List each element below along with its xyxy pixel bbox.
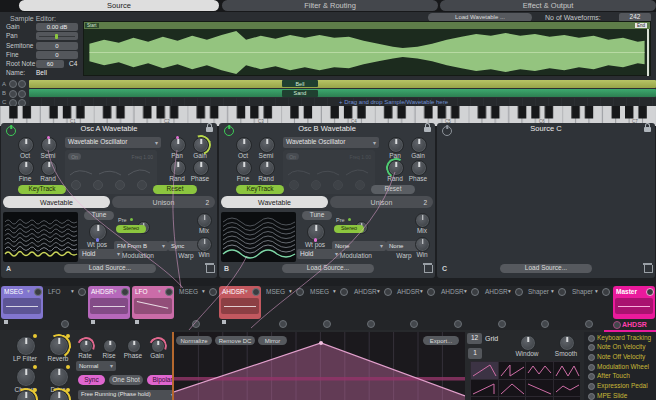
lfo-sync-button[interactable]: Sync: [78, 375, 105, 385]
mod-slot-knob[interactable]: [252, 288, 260, 296]
mod-slot-knob[interactable]: [558, 288, 566, 296]
osc-a-sub-on-pill[interactable]: On: [68, 153, 81, 160]
osc-b-tab-wavetable[interactable]: Wavetable: [221, 196, 328, 208]
osc-b-wavetable-display[interactable]: [221, 212, 296, 262]
mod-target-radio[interactable]: [588, 354, 595, 361]
chevron-down-icon[interactable]: ▾: [377, 289, 380, 295]
osc-b-pan-knob[interactable]: [388, 137, 404, 153]
mod-slot-ahdsr-6[interactable]: AHDSR ▾: [482, 286, 524, 298]
chorus-knob[interactable]: [16, 367, 36, 387]
osc-b-rand-knob[interactable]: [259, 160, 275, 176]
mod-target-radio[interactable]: [588, 383, 595, 390]
osc-b-mix-knob[interactable]: [415, 213, 430, 228]
osc-b-load-source-button[interactable]: Load Source...: [282, 264, 374, 273]
master-slot[interactable]: Master: [613, 286, 655, 319]
root-note-value[interactable]: 60: [36, 60, 64, 68]
mseg-smooth-knob[interactable]: [559, 335, 575, 351]
mod-target-modulation-wheel[interactable]: Modulation Wheel: [597, 364, 649, 371]
mod-slot-knob[interactable]: [340, 288, 348, 296]
mseg-grid-value[interactable]: 12: [467, 333, 482, 344]
mod-slot-lfo-1[interactable]: LFO ▾: [45, 286, 87, 298]
osc-a-tune-button[interactable]: Tune: [84, 211, 114, 220]
chevron-down-icon[interactable]: ▾: [202, 289, 205, 295]
gain-value[interactable]: 0.00 dB: [36, 23, 78, 31]
waveform-end-tag[interactable]: End: [635, 23, 647, 29]
osc-a-model-dropdown[interactable]: Wavetable Oscillator: [65, 137, 161, 148]
mod-slot-shaper-1[interactable]: Shaper ▾: [525, 286, 567, 298]
osc-a-load-source-button[interactable]: Load Source...: [64, 264, 156, 273]
lfo-phase-knob[interactable]: [127, 339, 141, 353]
osc-b-semi-knob[interactable]: [259, 137, 275, 153]
mod-slot-button[interactable]: [498, 320, 506, 328]
mod-slot-button[interactable]: [323, 320, 331, 328]
tab-filter-routing[interactable]: Filter & Routing: [222, 0, 438, 11]
osc-a-win-knob[interactable]: [197, 237, 212, 252]
chevron-down-icon[interactable]: ▾: [508, 289, 511, 295]
tab-effect-output[interactable]: Effect & Output: [440, 0, 656, 11]
mod-slot-knob[interactable]: [296, 288, 304, 296]
mod-slot-mseg-3[interactable]: MSEG ▾: [263, 286, 305, 298]
osc-b-phase-knob[interactable]: [411, 160, 427, 176]
mod-slot-knob[interactable]: [78, 288, 86, 296]
mod-slot-display[interactable]: [90, 298, 128, 314]
mod-slot-lfo-2[interactable]: LFO ▾: [132, 286, 174, 319]
mod-slot-button[interactable]: [410, 320, 418, 328]
mod-slot-button[interactable]: [279, 320, 287, 328]
chevron-down-icon[interactable]: ▾: [27, 289, 30, 295]
osc-b-oct-knob[interactable]: [236, 137, 252, 153]
mod-target-after-touch[interactable]: After Touch: [597, 373, 630, 380]
lfo-gain-knob[interactable]: [151, 339, 165, 353]
chevron-down-icon[interactable]: ▾: [333, 289, 336, 295]
osc-a-keytrack-button[interactable]: KeyTrack: [18, 185, 66, 194]
mod-slot-knob[interactable]: [471, 288, 479, 296]
osc-b-sub-on-pill[interactable]: On: [286, 153, 299, 160]
osc-b-power-button[interactable]: [224, 126, 234, 136]
mod-slot-ahdsr-3[interactable]: AHDSR ▾: [351, 286, 393, 298]
mseg-mirror-button[interactable]: Mirror: [258, 336, 287, 345]
osc-b-lock-icon[interactable]: [424, 127, 431, 132]
mseg-subdiv-value[interactable]: 1: [468, 348, 482, 359]
chevron-down-icon[interactable]: ▾: [245, 289, 248, 295]
source-c-load-source-button[interactable]: Load Source...: [500, 264, 592, 273]
mod-slot-display[interactable]: [221, 298, 259, 314]
osc-a-stereo-button[interactable]: Stereo: [116, 225, 146, 233]
chevron-down-icon[interactable]: ▾: [551, 289, 554, 295]
mseg-remove-dc-button[interactable]: Remove DC: [215, 336, 255, 345]
mod-slot-mseg-1[interactable]: MSEG ▾: [1, 286, 43, 319]
osc-b-tune-button[interactable]: Tune: [302, 211, 332, 220]
waveform-right-marker[interactable]: [647, 29, 649, 76]
chevron-down-icon[interactable]: ▾: [114, 289, 117, 295]
fine-value[interactable]: 0: [36, 51, 78, 59]
osc-b-stereo-button[interactable]: Stereo: [334, 225, 364, 233]
osc-b-modulation-dropdown[interactable]: None: [332, 241, 386, 251]
osc-a-power-button[interactable]: [6, 126, 16, 136]
mseg-preset-grid[interactable]: [470, 361, 580, 400]
osc-a-wtpos-knob[interactable]: [89, 223, 107, 241]
row-a-range-bar[interactable]: [29, 80, 656, 88]
master-slot-knob[interactable]: [646, 288, 654, 296]
mod-slot-button[interactable]: [192, 320, 200, 328]
mod-target-note-off-velocity[interactable]: Note Off Velocity: [597, 354, 645, 361]
osc-a-modulation-dropdown[interactable]: FM From B: [114, 241, 168, 251]
mod-slot-ahdsr-4[interactable]: AHDSR ▾: [394, 286, 436, 298]
preset-shape-cell[interactable]: [498, 396, 528, 400]
osc-b-wtpos-knob[interactable]: [307, 223, 325, 241]
master-slot-display[interactable]: [615, 298, 653, 314]
mod-slot-knob[interactable]: [515, 288, 523, 296]
osc-a-gain-knob[interactable]: [193, 137, 209, 153]
mod-slot-ahdsr-2[interactable]: AHDSR ▾: [219, 286, 261, 319]
osc-a-mix-knob[interactable]: [197, 213, 212, 228]
osc-a-reset-button[interactable]: Reset: [153, 185, 197, 194]
lfo-rate-knob[interactable]: [79, 339, 93, 353]
mod-target-keyboard-tracking[interactable]: Keyboard Tracking: [597, 335, 651, 342]
osc-b-rand2-knob[interactable]: [388, 160, 404, 176]
row-a-plus-button[interactable]: [18, 80, 26, 88]
osc-a-fine-knob[interactable]: [18, 160, 34, 176]
master-sub-label[interactable]: AHDSR: [622, 321, 647, 328]
mod-slot-button[interactable]: [367, 320, 375, 328]
mod-slot-button[interactable]: [585, 320, 593, 328]
osc-b-delete-icon[interactable]: [424, 265, 433, 273]
chevron-down-icon[interactable]: ▾: [71, 289, 74, 295]
preset-shape-cell[interactable]: [553, 396, 581, 400]
chevron-down-icon[interactable]: ▾: [158, 289, 161, 295]
